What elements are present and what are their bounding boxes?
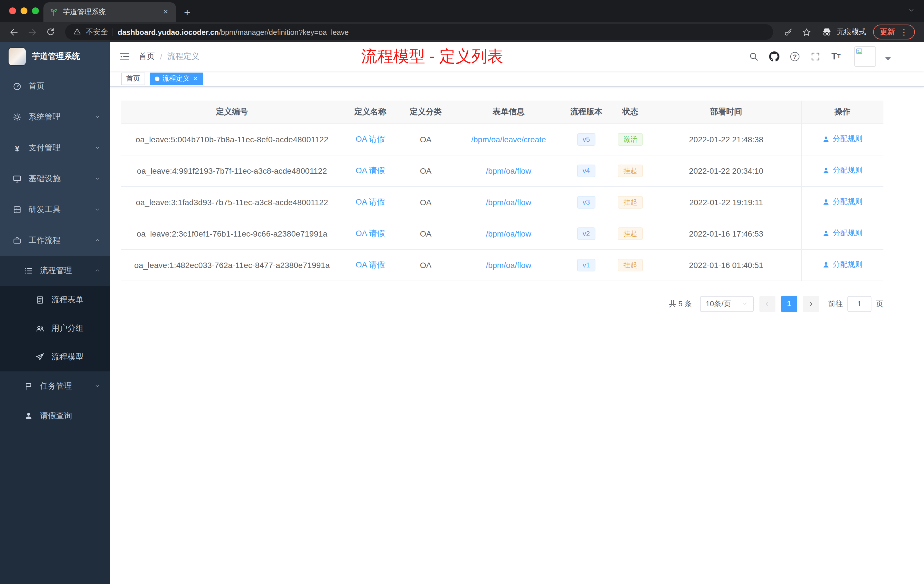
browser-menu-icon[interactable]: ⋮ bbox=[900, 27, 908, 36]
definition-name-link[interactable]: OA 请假 bbox=[356, 165, 385, 175]
sidebar-item-devtools[interactable]: 研发工具 bbox=[0, 194, 110, 225]
tab-search-chevron-icon[interactable] bbox=[908, 6, 915, 16]
page-size-select[interactable]: 10条/页 bbox=[700, 296, 754, 312]
yen-icon: ¥ bbox=[13, 144, 22, 153]
update-browser-button[interactable]: 更新 ⋮ bbox=[873, 25, 915, 40]
list-icon bbox=[24, 266, 33, 276]
tab-favicon-icon bbox=[49, 7, 58, 16]
reload-button[interactable] bbox=[42, 24, 58, 40]
column-header-form: 表单信息 bbox=[454, 101, 563, 124]
page-number-button[interactable]: 1 bbox=[781, 296, 797, 312]
assign-rule-link[interactable]: 分配规则 bbox=[823, 197, 863, 207]
goto-page-input[interactable] bbox=[847, 296, 871, 312]
sidebar-item-label: 流程管理 bbox=[40, 266, 72, 276]
assign-rule-link[interactable]: 分配规则 bbox=[823, 165, 863, 176]
status-badge: 挂起 bbox=[618, 259, 643, 271]
form-info-link[interactable]: /bpm/oa/flow bbox=[486, 260, 531, 269]
status-badge: 挂起 bbox=[618, 227, 643, 240]
sidebar-item-payment[interactable]: ¥ 支付管理 bbox=[0, 133, 110, 163]
status-badge: 激活 bbox=[618, 133, 643, 145]
not-secure-warning-icon[interactable] bbox=[73, 27, 81, 37]
sidebar-item-task-management[interactable]: 任务管理 bbox=[0, 371, 110, 401]
page-content: 定义编号 定义名称 定义分类 表单信息 流程版本 状态 部署时间 操作 oa_l… bbox=[110, 87, 924, 584]
tag-home[interactable]: 首页 bbox=[121, 72, 145, 85]
user-avatar[interactable] bbox=[854, 46, 876, 67]
incognito-icon bbox=[821, 26, 833, 38]
definition-category: OA bbox=[420, 260, 431, 269]
font-size-icon[interactable]: TT bbox=[830, 51, 842, 62]
sidebar-toggle-icon[interactable] bbox=[110, 51, 139, 62]
user-icon bbox=[823, 167, 830, 174]
sidebar-item-process-form[interactable]: 流程表单 bbox=[0, 286, 110, 314]
form-info-link[interactable]: /bpm/oa/flow bbox=[486, 229, 531, 238]
sidebar-item-system[interactable]: 系统管理 bbox=[0, 102, 110, 133]
tag-process-definition[interactable]: 流程定义 × bbox=[150, 72, 203, 85]
caret-down-icon[interactable] bbox=[885, 57, 891, 61]
sidebar-item-process-model[interactable]: 流程模型 bbox=[0, 343, 110, 371]
navbar: 首页 / 流程定义 流程模型 - 定义列表 ? bbox=[110, 42, 924, 71]
status-badge: 挂起 bbox=[618, 164, 643, 177]
sidebar-item-label: 任务管理 bbox=[40, 381, 72, 391]
sidebar-item-infrastructure[interactable]: 基础设施 bbox=[0, 163, 110, 194]
users-icon bbox=[35, 324, 45, 333]
sidebar-logo[interactable]: 芋道管理系统 bbox=[0, 42, 110, 71]
deploy-time: 2022-01-22 19:19:11 bbox=[690, 198, 763, 206]
tags-view: 首页 流程定义 × bbox=[110, 71, 924, 87]
column-header-name: 定义名称 bbox=[343, 101, 398, 124]
user-icon bbox=[823, 230, 830, 237]
tab-close-icon[interactable]: × bbox=[161, 7, 170, 16]
zoom-window-button[interactable] bbox=[32, 7, 39, 14]
definition-name-link[interactable]: OA 请假 bbox=[356, 260, 385, 269]
forward-button[interactable] bbox=[24, 24, 40, 40]
sidebar-item-process-management[interactable]: 流程管理 bbox=[0, 256, 110, 286]
definition-name-link[interactable]: OA 请假 bbox=[356, 228, 385, 238]
minimize-window-button[interactable] bbox=[21, 7, 27, 14]
search-icon[interactable] bbox=[748, 51, 759, 62]
column-header-version: 流程版本 bbox=[563, 101, 609, 124]
sidebar-item-label: 系统管理 bbox=[28, 112, 61, 122]
browser-tab[interactable]: 芋道管理系统 × bbox=[43, 2, 176, 22]
back-button[interactable] bbox=[6, 24, 22, 40]
table-row: oa_leave:4:991f2193-7b7f-11ec-a3c8-acde4… bbox=[121, 155, 883, 186]
definition-id: oa_leave:1:482ec033-762a-11ec-8477-a2380… bbox=[134, 260, 330, 269]
chevron-down-icon bbox=[94, 112, 101, 122]
chevron-down-icon bbox=[94, 174, 101, 183]
form-info-link[interactable]: /bpm/oa/flow bbox=[486, 166, 531, 175]
prev-page-button[interactable] bbox=[759, 296, 776, 312]
omnibox-divider bbox=[112, 28, 113, 36]
app-title: 芋道管理系统 bbox=[32, 51, 80, 62]
sidebar-item-home[interactable]: 首页 bbox=[0, 71, 110, 102]
status-badge: 挂起 bbox=[618, 196, 643, 208]
form-info-link[interactable]: /bpm/oa/leave/create bbox=[471, 135, 546, 144]
next-page-button[interactable] bbox=[803, 296, 819, 312]
sidebar-item-user-group[interactable]: 用户分组 bbox=[0, 314, 110, 343]
bookmark-star-icon[interactable] bbox=[798, 24, 814, 40]
browser-chrome: 芋道管理系统 × + 不安全 bbox=[0, 0, 924, 42]
definition-name-link[interactable]: OA 请假 bbox=[356, 134, 385, 143]
definition-name-link[interactable]: OA 请假 bbox=[356, 197, 385, 206]
sidebar-item-label: 流程表单 bbox=[51, 295, 83, 305]
address-bar[interactable]: 不安全 dashboard.yudao.iocoder.cn/bpm/manag… bbox=[65, 24, 773, 40]
form-info-link[interactable]: /bpm/oa/flow bbox=[486, 198, 531, 206]
assign-rule-link[interactable]: 分配规则 bbox=[823, 228, 863, 239]
close-window-button[interactable] bbox=[9, 7, 16, 14]
total-count: 共 5 条 bbox=[669, 299, 692, 309]
sidebar-item-label: 请假查询 bbox=[40, 411, 72, 421]
sidebar-item-workflow[interactable]: 工作流程 bbox=[0, 225, 110, 256]
chevron-left-icon bbox=[764, 300, 771, 307]
github-icon[interactable] bbox=[769, 51, 780, 62]
breadcrumb-home[interactable]: 首页 bbox=[139, 51, 155, 62]
new-tab-button[interactable]: + bbox=[184, 7, 190, 18]
tag-close-icon[interactable]: × bbox=[193, 75, 198, 82]
password-key-icon[interactable] bbox=[780, 24, 796, 40]
sidebar-item-leave-query[interactable]: 请假查询 bbox=[0, 401, 110, 431]
fullscreen-icon[interactable] bbox=[810, 51, 821, 62]
goto-label: 前往 bbox=[828, 299, 843, 309]
sidebar-item-label: 工作流程 bbox=[28, 236, 61, 246]
assign-rule-link[interactable]: 分配规则 bbox=[823, 260, 863, 270]
deploy-time: 2022-01-16 17:46:53 bbox=[689, 229, 764, 238]
assign-rule-link[interactable]: 分配规则 bbox=[823, 134, 863, 144]
assign-rule-label: 分配规则 bbox=[833, 260, 863, 270]
page-size-value: 10条/页 bbox=[706, 299, 731, 309]
help-icon[interactable]: ? bbox=[789, 51, 800, 62]
